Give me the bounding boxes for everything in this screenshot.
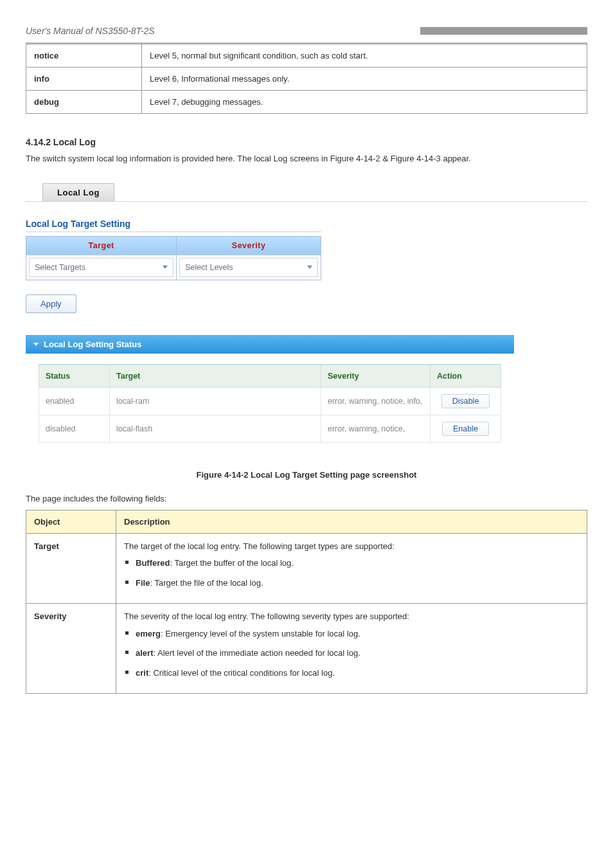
list-item: File: Target the file of the local log. [124, 577, 579, 590]
object-description-table: Object Description TargetThe target of t… [26, 510, 587, 694]
table-row: enabledlocal-ramerror, warning, notice, … [39, 387, 501, 415]
section-body: The switch system local log information … [26, 152, 587, 165]
tab-local-log[interactable]: Local Log [42, 183, 114, 201]
cell-status: enabled [39, 387, 110, 415]
manual-title: User's Manual of NS3550-8T-2S [26, 26, 155, 36]
cell-status: disabled [39, 415, 110, 442]
list-item: crit: Critical level of the critical con… [124, 667, 579, 680]
col-status: Status [39, 365, 110, 388]
cell-severity: error, warning, notice, [321, 415, 431, 442]
col-action: Action [431, 365, 501, 388]
chevron-down-icon [163, 266, 168, 269]
obj-desc: The severity of the local log entry. The… [116, 603, 587, 693]
local-log-target-setting-panel: Local Log Target Setting Target Severity… [26, 219, 587, 313]
obj-key: Target [26, 533, 116, 603]
col-target: Target [26, 236, 177, 255]
page-header: User's Manual of NS3550-8T-2S [26, 0, 587, 44]
table-row: disabledlocal-flasherror, warning, notic… [39, 415, 501, 442]
chevron-down-icon [307, 266, 312, 269]
def-key: info [26, 68, 142, 91]
enable-button[interactable]: Enable [442, 422, 489, 436]
def-value: Level 7, debugging messages. [142, 91, 587, 114]
col-target: Target [110, 365, 321, 388]
figure-caption-1: Figure 4-14-2 Local Log Target Setting p… [26, 470, 587, 480]
panel-title: Local Log Target Setting [26, 219, 321, 232]
severity-definitions-table: noticeLevel 5, normal but significant co… [26, 44, 587, 114]
header-right-band [420, 27, 587, 35]
fields-intro: The page includes the following fields: [26, 494, 587, 503]
cell-target: local-ram [110, 387, 321, 415]
apply-button[interactable]: Apply [26, 294, 76, 313]
chevron-down-icon [33, 343, 39, 346]
tab-bar: Local Log [26, 183, 587, 202]
section-number: 4.14.2 [26, 137, 51, 147]
obj-key: Severity [26, 603, 116, 693]
cell-action: Enable [431, 415, 501, 442]
section-heading: 4.14.2 Local Log [26, 137, 587, 147]
disable-button[interactable]: Disable [441, 394, 490, 408]
select-levels[interactable]: Select Levels [179, 258, 318, 277]
select-targets[interactable]: Select Targets [29, 258, 173, 277]
list-item: emerg: Emergency level of the system uns… [124, 628, 579, 641]
cell-severity: error, warning, notice, info, [321, 387, 431, 415]
status-panel-header[interactable]: Local Log Setting Status [26, 335, 514, 354]
obj-desc: The target of the local log entry. The f… [116, 533, 587, 603]
def-value: Level 6, Informational messages only. [142, 68, 587, 91]
figure-local-log-setting: Local Log Local Log Target Setting Targe… [26, 183, 587, 461]
def-key: notice [26, 44, 142, 68]
list-item: alert: Alert level of the immediate acti… [124, 647, 579, 660]
select-targets-label: Select Targets [35, 263, 85, 272]
local-log-setting-status-panel: Local Log Setting Status Status Target S… [26, 335, 514, 461]
col-description: Description [116, 510, 587, 533]
list-item: Buffered: Target the buffer of the local… [124, 557, 579, 570]
def-value: Level 5, normal but significant conditio… [142, 44, 587, 68]
def-key: debug [26, 91, 142, 114]
col-object: Object [26, 510, 116, 533]
cell-target: local-flash [110, 415, 321, 442]
status-table: Status Target Severity Action enabledloc… [39, 364, 501, 443]
col-severity: Severity [177, 236, 321, 255]
cell-action: Disable [431, 387, 501, 415]
col-severity: Severity [321, 365, 431, 388]
target-setting-table: Target Severity Select Targets [26, 236, 321, 280]
status-panel-title: Local Log Setting Status [44, 339, 141, 349]
select-levels-label: Select Levels [185, 263, 233, 272]
section-title-text: Local Log [53, 137, 96, 147]
